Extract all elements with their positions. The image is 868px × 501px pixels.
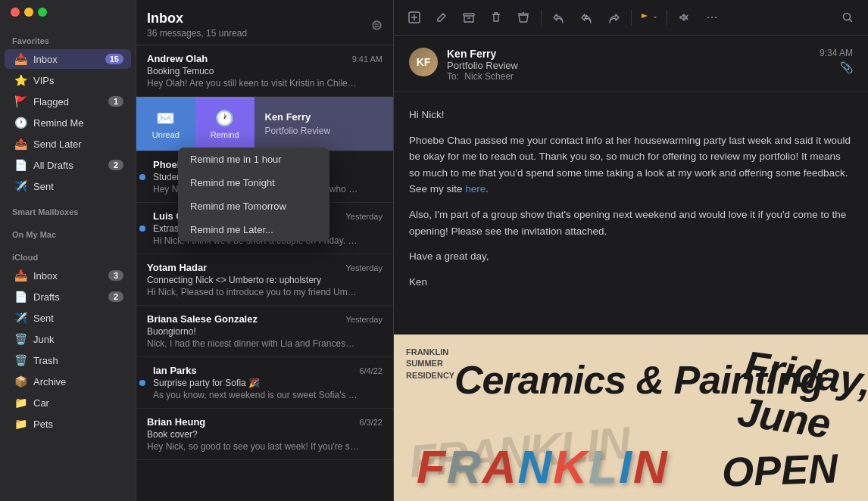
remind-tomorrow[interactable]: Remind me Tomorrow [178, 194, 329, 218]
sender-name: Briana Salese Gonzalez [147, 313, 258, 325]
flyer-date: Friday,June [735, 341, 868, 452]
flag-button[interactable] [638, 6, 660, 29]
message-subject: Book cover? [147, 429, 382, 440]
sidebar-item-icloud-car[interactable]: 📁 Car [5, 393, 131, 412]
unread-indicator [139, 380, 145, 386]
inbox-badge: 15 [105, 54, 123, 64]
body-paragraph-2: Also, I'm part of a group show that's op… [409, 207, 853, 239]
to-name: Nick Scheer [464, 71, 514, 82]
sidebar-item-label: Inbox [33, 54, 99, 65]
sidebar-item-icloud-drafts[interactable]: 📄 Drafts 2 [5, 287, 131, 307]
search-icon[interactable] [836, 6, 859, 29]
sidebar-item-label: VIPs [33, 75, 123, 86]
email-header: KF Ken Ferry Portfolio Review To: Nick S… [394, 36, 868, 92]
remind-tonight[interactable]: Remind me Tonight [178, 171, 329, 194]
unread-indicator [139, 174, 145, 180]
sidebar-item-send-later[interactable]: 📤 Send Later [5, 134, 131, 154]
body-greeting: Hi Nick! [409, 107, 853, 123]
email-subject: Portfolio Review [447, 60, 810, 71]
sidebar-item-label: Junk [33, 334, 123, 345]
trash-icon: 🗑️ [14, 353, 27, 367]
filter-icon[interactable]: ⊜ [371, 17, 382, 33]
message-list-header: Inbox 36 messages, 15 unread ⊜ [136, 0, 393, 45]
compose-icon[interactable] [403, 6, 426, 29]
sender-name: Brian Heung [147, 416, 205, 428]
message-subject: Surprise party for Sofia 🎉 [147, 378, 382, 388]
flyer-open-text: OPEN [721, 444, 838, 495]
sidebar-item-inbox[interactable]: 📥 Inbox 15 [5, 49, 131, 69]
unread-swipe-button[interactable]: ✉️ Unread [136, 97, 195, 151]
sidebar-item-icloud-sent[interactable]: ✈️ Sent [5, 308, 131, 328]
reply-icon[interactable] [548, 6, 570, 29]
attachment-icon: 📎 [820, 61, 853, 73]
junk-icon[interactable] [512, 6, 535, 29]
drafts-icon: 📄 [14, 158, 27, 172]
sidebar-item-label: Car [33, 397, 123, 409]
sender-name: Andrew Olah [147, 53, 208, 64]
list-item[interactable]: Andrew Olah 9:41 AM Booking Temuco Hey O… [136, 45, 393, 97]
archive-icon[interactable] [457, 6, 480, 29]
sidebar-item-remind-me[interactable]: 🕐 Remind Me [5, 113, 131, 132]
sidebar-item-label: Remind Me [33, 117, 123, 129]
message-preview: As you know, next weekend is our sweet S… [147, 390, 359, 400]
sidebar-item-label: Send Later [33, 138, 123, 150]
flyer-residency-text: FRANKLINSUMMERRESIDENCY [406, 347, 454, 381]
message-subject: Buongiorno! [147, 326, 382, 337]
message-preview: Nick, I had the nicest dinner with Lia a… [147, 338, 359, 349]
all-drafts-badge: 2 [108, 160, 123, 170]
swipe-sender: Ken Ferry [265, 111, 311, 123]
inbox-icon: 📥 [14, 52, 27, 66]
sidebar-item-sent[interactable]: ✈️ Sent [5, 176, 131, 196]
message-subject: Booking Temuco [147, 66, 382, 76]
sidebar-item-icloud-inbox[interactable]: 📥 Inbox 3 [5, 266, 131, 285]
email-time: 9:34 AM [820, 48, 853, 58]
portfolio-link[interactable]: here [465, 183, 486, 194]
maximize-button[interactable] [38, 8, 47, 17]
forward-icon[interactable] [602, 6, 625, 29]
sidebar-item-label: Flagged [33, 96, 102, 107]
mailbox-subtitle: 36 messages, 15 unread [147, 28, 247, 39]
sidebar-item-all-drafts[interactable]: 📄 All Drafts 2 [5, 155, 131, 175]
list-item[interactable]: Brian Heung 6/3/22 Book cover? Hey Nick,… [136, 409, 393, 460]
remind-label: Remind [211, 130, 239, 139]
reply-all-icon[interactable] [575, 6, 598, 29]
sidebar-item-icloud-pets[interactable]: 📁 Pets [5, 414, 131, 434]
favorites-section-label: Favorites [0, 30, 136, 48]
icloud-label: iCloud [0, 247, 136, 265]
body-signature: Ken [409, 274, 853, 291]
remind-dropdown: Remind me in 1 hour Remind me Tonight Re… [178, 148, 329, 241]
message-time: 6/3/22 [359, 418, 382, 427]
ken-ferry-swipe-item[interactable]: Ken Ferry Portfolio Review [254, 97, 394, 151]
more-icon[interactable] [701, 6, 723, 29]
sidebar-item-icloud-junk[interactable]: 🗑️ Junk [5, 329, 131, 349]
sidebar-item-flagged[interactable]: 🚩 Flagged 1 [5, 92, 131, 111]
sidebar-item-icloud-trash[interactable]: 🗑️ Trash [5, 350, 131, 370]
inbox-icloud-icon: 📥 [14, 269, 27, 282]
remind-later[interactable]: Remind me Later... [178, 218, 329, 241]
flag-icon: 🚩 [14, 95, 27, 108]
sidebar-item-vips[interactable]: ⭐ VIPs [5, 70, 131, 90]
list-item[interactable]: Briana Salese Gonzalez Yesterday Buongio… [136, 306, 393, 357]
detail-pane: KF Ken Ferry Portfolio Review To: Nick S… [394, 0, 868, 501]
list-item[interactable]: Yotam Hadar Yesterday Connecting Nick <>… [136, 254, 393, 306]
sidebar-item-icloud-archive[interactable]: 📦 Archive [5, 372, 131, 391]
message-time: Yesterday [345, 315, 382, 324]
drafts-icloud-icon: 📄 [14, 290, 27, 303]
remind-swipe-button[interactable]: 🕐 Remind [195, 97, 254, 151]
sidebar-item-label: All Drafts [33, 160, 102, 171]
remind-1hour[interactable]: Remind me in 1 hour [178, 148, 329, 171]
message-time: 9:41 AM [352, 54, 382, 64]
sidebar-item-label: Archive [33, 376, 123, 387]
archive-icon: 📦 [14, 375, 27, 388]
pencil-icon[interactable] [430, 6, 453, 29]
delete-icon[interactable] [485, 6, 507, 29]
mute-icon[interactable] [673, 6, 696, 29]
unread-icon: ✉️ [156, 109, 175, 127]
minimize-button[interactable] [24, 8, 33, 17]
icloud-inbox-badge: 3 [108, 270, 123, 281]
body-sign-off: Have a great day, [409, 248, 853, 265]
remind-icon: 🕐 [215, 109, 234, 127]
close-button[interactable] [11, 8, 20, 17]
list-item[interactable]: Ian Parks 6/4/22 Surprise party for Sofi… [136, 357, 393, 409]
unread-label: Unread [152, 130, 180, 139]
